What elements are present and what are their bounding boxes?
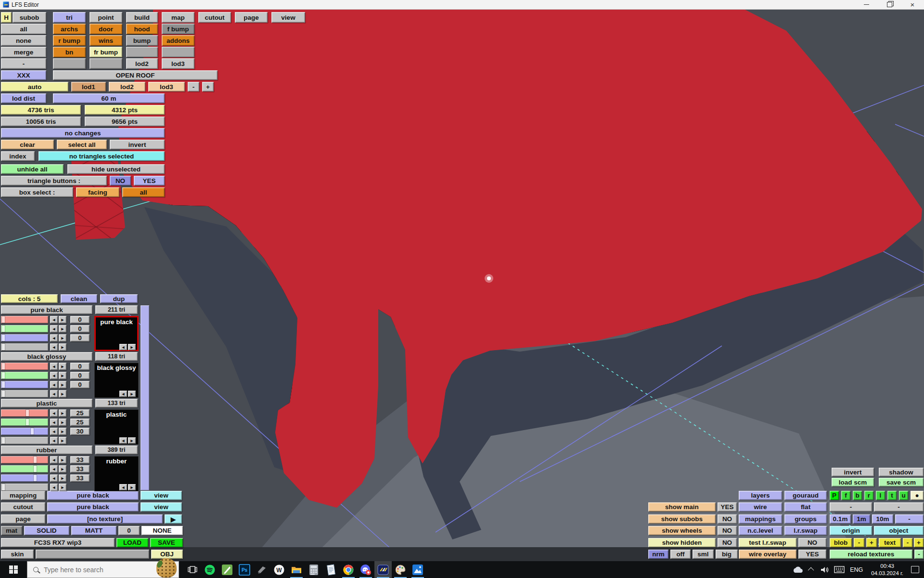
slider-thumb[interactable] xyxy=(34,457,37,463)
facing-button[interactable]: facing xyxy=(76,187,119,197)
slider-thumb[interactable] xyxy=(2,316,5,323)
60-m-button[interactable]: 60 m xyxy=(53,93,165,103)
hide-unselected-button[interactable]: hide unselected xyxy=(67,164,165,174)
slider-thumb[interactable] xyxy=(2,344,5,350)
mappings-button[interactable]: mappings xyxy=(739,514,782,524)
h-button[interactable]: H xyxy=(1,12,12,23)
flat-button[interactable]: flat xyxy=(784,502,827,512)
show-subobs-button[interactable]: show subobs xyxy=(648,514,716,524)
action-center-icon[interactable] xyxy=(910,561,920,578)
language-indicator[interactable]: ENG xyxy=(848,566,865,573)
lod-plus-button[interactable]: + xyxy=(202,82,214,92)
mapping-view-button[interactable]: view xyxy=(141,491,182,500)
n-c-level-button[interactable]: n.c.level xyxy=(739,526,782,535)
auto-button[interactable]: auto xyxy=(1,82,68,92)
slider-value-field[interactable]: 0 xyxy=(70,381,90,388)
slider-thumb[interactable] xyxy=(2,326,5,332)
text-minus-button[interactable]: - xyxy=(903,538,912,547)
blob-minus-button[interactable]: - xyxy=(854,538,864,547)
show-main-yes-button[interactable]: YES xyxy=(718,502,737,512)
xxx-button[interactable]: XXX xyxy=(1,70,46,80)
calculator-icon[interactable] xyxy=(305,561,322,578)
rubber-header[interactable]: rubber xyxy=(1,446,92,454)
lod-minus-button[interactable]: - xyxy=(188,82,199,92)
search-input[interactable] xyxy=(43,565,131,574)
cutout-view-button[interactable]: view xyxy=(141,502,182,512)
swatch-next-icon[interactable]: ► xyxy=(128,484,136,490)
text-button[interactable]: text xyxy=(879,538,901,547)
texture-next-button[interactable]: ▶ xyxy=(165,514,182,524)
slider-thumb[interactable] xyxy=(26,419,29,425)
cols-5-button[interactable]: cols : 5 xyxy=(1,294,58,303)
notepad-icon[interactable] xyxy=(322,561,340,578)
blank-button[interactable] xyxy=(126,47,158,57)
clean-button[interactable]: clean xyxy=(61,294,97,303)
tri-button[interactable]: tri xyxy=(53,12,86,23)
swatch-next-icon[interactable]: ► xyxy=(128,344,136,350)
blob-plus-button[interactable]: + xyxy=(866,538,877,547)
material-scrollbar[interactable] xyxy=(141,305,149,490)
wins-button[interactable]: wins xyxy=(90,35,122,46)
obj-button[interactable]: OBJ xyxy=(151,550,183,559)
unhide-all-button[interactable]: unhide all xyxy=(1,164,64,174)
opt-minus-1-button[interactable]: - xyxy=(830,502,872,512)
slider-increment-icon[interactable]: ► xyxy=(59,437,66,444)
color-slider-track[interactable] xyxy=(1,465,48,473)
page-button[interactable]: page xyxy=(235,12,268,23)
show-hidden-button[interactable]: show hidden xyxy=(648,538,716,547)
slider-increment-icon[interactable]: ► xyxy=(59,419,66,426)
lfs-editor-icon[interactable] xyxy=(374,561,392,578)
object-button[interactable]: object xyxy=(874,526,924,535)
load-scm-button[interactable]: load scm xyxy=(832,478,874,486)
mat-button[interactable]: mat xyxy=(1,526,22,535)
swatch-prev-icon[interactable]: ◄ xyxy=(119,344,127,350)
bump-button[interactable]: bump xyxy=(126,35,158,46)
slider-decrement-icon[interactable]: ◄ xyxy=(50,316,58,323)
archs-button[interactable]: archs xyxy=(53,24,86,34)
slider-value-field[interactable]: 25 xyxy=(70,409,90,417)
slider-thumb[interactable] xyxy=(26,410,29,416)
slider-increment-icon[interactable]: ► xyxy=(59,381,66,388)
file-explorer-icon[interactable] xyxy=(288,561,305,578)
lod3-button[interactable]: lod3 xyxy=(148,82,185,92)
slider-increment-icon[interactable]: ► xyxy=(59,343,66,351)
restore-button[interactable] xyxy=(878,0,901,9)
slider-thumb[interactable] xyxy=(2,437,5,444)
slider-increment-icon[interactable]: ► xyxy=(59,428,66,435)
slider-decrement-icon[interactable]: ◄ xyxy=(50,437,58,444)
cutout-button[interactable]: cutout xyxy=(1,502,45,512)
blob-button[interactable]: blob xyxy=(830,538,852,547)
skin-name-button[interactable] xyxy=(36,550,149,559)
reload-textures-button[interactable]: reload textures xyxy=(830,550,912,559)
slider-value-field[interactable]: 0 xyxy=(70,334,90,342)
slider-decrement-icon[interactable]: ◄ xyxy=(50,372,58,379)
start-button[interactable] xyxy=(0,561,27,578)
slider-thumb[interactable] xyxy=(2,484,5,490)
save-button[interactable]: SAVE xyxy=(150,538,183,547)
slider-increment-icon[interactable]: ► xyxy=(59,363,66,370)
open-roof-button[interactable]: OPEN ROOF xyxy=(53,70,218,80)
view-button[interactable]: view xyxy=(271,12,305,23)
wire-button[interactable]: wire xyxy=(739,502,782,512)
slider-increment-icon[interactable]: ► xyxy=(59,325,66,332)
door-button[interactable]: door xyxy=(90,24,122,34)
slider-thumb[interactable] xyxy=(31,428,34,434)
slider-decrement-icon[interactable]: ◄ xyxy=(50,465,58,473)
skin-button[interactable]: skin xyxy=(1,550,34,559)
load-button[interactable]: LOAD xyxy=(116,538,148,547)
color-slider-track[interactable] xyxy=(1,419,48,426)
slider-increment-icon[interactable]: ► xyxy=(59,390,66,397)
minimize-button[interactable] xyxy=(855,0,878,9)
shadow-button[interactable]: shadow xyxy=(879,468,924,476)
index-button[interactable]: index xyxy=(1,151,35,161)
grid-minus-button[interactable]: - xyxy=(895,514,924,524)
lod2-button[interactable]: lod2 xyxy=(126,58,158,69)
lod2-button[interactable]: lod2 xyxy=(109,82,145,92)
color-slider-track[interactable] xyxy=(1,409,48,417)
page-button[interactable]: page xyxy=(1,514,45,524)
volume-icon[interactable] xyxy=(820,561,831,578)
chrome-icon[interactable] xyxy=(340,561,357,578)
slider-value-field[interactable]: 0 xyxy=(70,325,90,332)
slider-thumb[interactable] xyxy=(34,466,37,472)
swatch-prev-icon[interactable]: ◄ xyxy=(119,391,127,397)
